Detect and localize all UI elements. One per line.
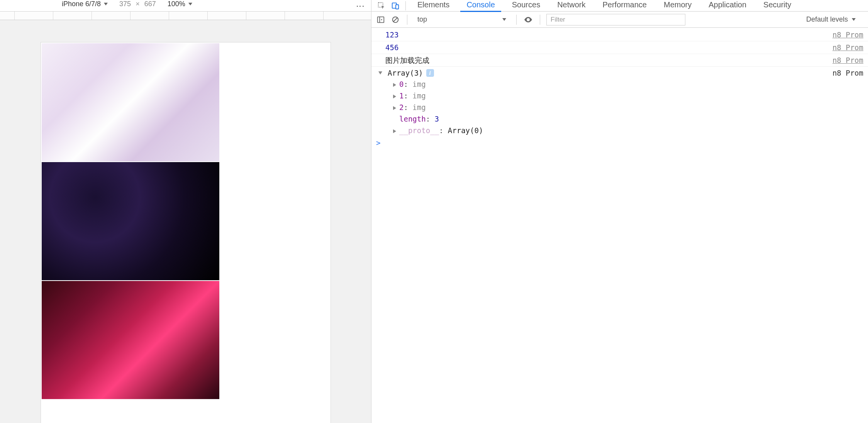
disclosure-closed-icon[interactable] [393,106,396,110]
disclosure-closed-icon[interactable] [393,83,396,87]
viewport-canvas [0,20,371,423]
divider [407,15,407,25]
prompt-caret-icon: > [376,139,380,147]
array-entry[interactable]: 1: img [393,90,863,102]
chevron-down-icon [188,3,192,5]
tab-memory[interactable]: Memory [655,0,700,12]
execution-context-select[interactable]: top [414,15,510,24]
log-source-link[interactable]: n8 Prom [832,29,863,40]
device-select[interactable]: iPhone 6/7/8 [62,0,108,8]
log-value: 123 [385,30,398,39]
inspect-element-icon[interactable] [375,0,388,11]
clear-console-icon[interactable] [390,14,401,25]
content-image-2 [42,162,219,280]
array-length: length: 3 [393,113,863,125]
chevron-down-icon [852,18,856,21]
console-output: 123 n8 Prom 456 n8 Prom 图片加载完成 n8 Prom A… [371,28,868,423]
device-frame [41,42,331,423]
devtools-tabs: Elements Console Sources Network Perform… [371,0,868,12]
array-proto[interactable]: __proto__: Array(0) [393,125,863,136]
log-source-link[interactable]: n8 Prom [832,42,863,53]
console-log-row: 456 n8 Prom [371,41,868,54]
disclosure-open-icon[interactable] [378,71,382,74]
log-source-link[interactable]: n8 Prom [832,55,863,66]
tab-application[interactable]: Application [700,0,755,12]
console-prompt[interactable]: > [371,137,868,149]
dimension-separator: × [136,0,140,8]
chevron-down-icon [502,18,506,21]
tab-sources[interactable]: Sources [504,0,549,12]
log-levels-select[interactable]: Default levels [802,14,860,25]
tab-elements[interactable]: Elements [409,0,458,12]
devtools-pane: Elements Console Sources Network Perform… [371,0,868,423]
tab-performance[interactable]: Performance [594,0,656,12]
disclosure-closed-icon[interactable] [393,129,396,133]
divider [516,15,517,25]
viewport-height[interactable]: 667 [144,0,156,8]
log-value: 图片加载完成 [385,56,429,64]
device-toolbar: iPhone 6/7/8 375 × 667 100% ⋮ [0,0,371,12]
svg-line-6 [393,17,397,21]
device-name: iPhone 6/7/8 [62,0,101,8]
content-image-3 [42,281,219,399]
divider [405,1,406,10]
log-value: 456 [385,43,398,52]
console-sidebar-toggle-icon[interactable] [375,14,386,25]
disclosure-closed-icon[interactable] [393,95,396,98]
svg-point-7 [527,19,529,20]
svg-rect-3 [378,17,384,22]
console-toolbar: top Default levels [371,12,868,28]
page-content[interactable] [41,42,331,400]
divider [540,15,540,25]
viewport-width[interactable]: 375 [119,0,131,8]
array-summary[interactable]: Array(3) [388,68,423,78]
array-children: 0: img 1: img 2: img length: 3 __proto__… [378,78,863,136]
live-expression-icon[interactable] [523,14,534,25]
log-source-link[interactable]: n8 Prom [832,68,863,78]
array-entry[interactable]: 0: img [393,78,863,90]
ruler [0,12,371,20]
context-value: top [417,15,427,24]
tab-security[interactable]: Security [755,0,800,12]
device-viewport-pane: iPhone 6/7/8 375 × 667 100% ⋮ [0,0,371,423]
console-log-row: 123 n8 Prom [371,29,868,41]
tab-network[interactable]: Network [549,0,594,12]
toggle-device-toolbar-icon[interactable] [388,0,402,11]
console-log-row: Array(3) i n8 Prom 0: img 1: img 2: img [371,67,868,137]
tab-console[interactable]: Console [458,0,503,12]
svg-rect-2 [396,5,398,9]
info-icon[interactable]: i [426,69,434,77]
content-image-1 [42,43,219,161]
console-log-row: 图片加载完成 n8 Prom [371,54,868,67]
more-options-icon[interactable]: ⋮ [355,2,365,10]
chevron-down-icon [104,3,108,5]
filter-input[interactable] [546,14,685,25]
levels-label: Default levels [806,15,848,24]
array-entry[interactable]: 2: img [393,102,863,113]
viewport-dimensions: 375 × 667 [119,0,156,8]
zoom-select[interactable]: 100% [168,0,192,8]
zoom-value: 100% [168,0,185,8]
